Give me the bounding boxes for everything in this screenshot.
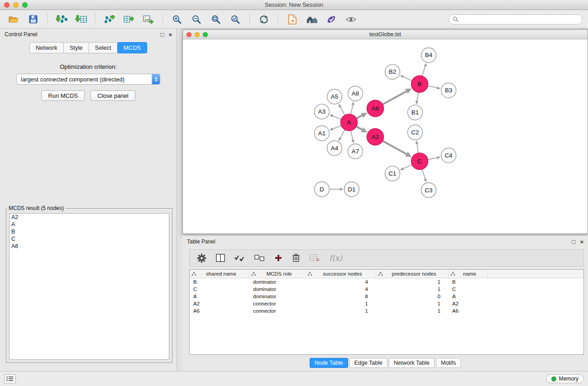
optimization-criterion-select[interactable]: largest connected component (directed) bbox=[16, 74, 160, 85]
tab-network-table[interactable]: Network Table bbox=[389, 358, 435, 368]
column-header-successor-nodes[interactable]: successor nodes bbox=[306, 270, 376, 278]
export-image-icon[interactable] bbox=[140, 12, 157, 27]
mcds-result-list[interactable]: A2ABCA6 bbox=[9, 213, 169, 360]
graph-edge-A2-C[interactable] bbox=[382, 141, 411, 157]
graph-node-A1[interactable]: A1 bbox=[315, 126, 330, 141]
home-icon[interactable] bbox=[304, 12, 320, 27]
close-panel-button[interactable]: Close panel bbox=[91, 91, 135, 101]
close-table-panel-icon[interactable]: × bbox=[580, 239, 583, 245]
graph-node-C3[interactable]: C3 bbox=[421, 183, 436, 198]
open-file-icon[interactable] bbox=[5, 12, 22, 27]
graph-node-B[interactable]: B bbox=[411, 76, 428, 92]
graph-node-C2[interactable]: C2 bbox=[408, 125, 423, 140]
apply-layout-icon[interactable] bbox=[256, 12, 272, 27]
import-network-icon[interactable] bbox=[53, 12, 70, 27]
close-panel-icon[interactable]: × bbox=[168, 32, 172, 38]
graph-edge-A-A7[interactable] bbox=[351, 131, 354, 143]
graph-node-A3[interactable]: A3 bbox=[315, 104, 330, 119]
graph-edge-C-C2[interactable] bbox=[416, 140, 419, 153]
table-row[interactable]: A6connector11A6 bbox=[190, 307, 583, 315]
graph-node-A5[interactable]: A5 bbox=[327, 89, 342, 104]
graph-node-A2[interactable]: A2 bbox=[367, 129, 384, 145]
graph-node-A6[interactable]: A6 bbox=[367, 100, 384, 117]
mcds-result-item[interactable]: A2 bbox=[10, 214, 169, 221]
search-box[interactable] bbox=[449, 14, 583, 24]
mcds-result-item[interactable]: A bbox=[10, 221, 169, 228]
zoom-out-icon[interactable] bbox=[188, 12, 205, 27]
svg-text:B1: B1 bbox=[411, 109, 419, 116]
network-canvas[interactable]: B4B2BB3A5A8A6B1A3AC2A1A2A4A7C4CC1C3DD1 bbox=[183, 40, 588, 234]
graph-node-B2[interactable]: B2 bbox=[385, 64, 400, 79]
add-column-icon[interactable] bbox=[274, 254, 282, 262]
tab-node-table[interactable]: Node Table bbox=[310, 358, 348, 368]
graph-edge-B-B4[interactable] bbox=[422, 63, 427, 76]
column-header-name[interactable]: name bbox=[449, 270, 488, 278]
graph-node-B3[interactable]: B3 bbox=[441, 83, 456, 98]
graph-node-D1[interactable]: D1 bbox=[344, 182, 359, 197]
graph-edge-B-B3[interactable] bbox=[428, 86, 440, 90]
graph-edge-B-B1[interactable] bbox=[416, 92, 419, 105]
tab-style[interactable]: Style bbox=[63, 42, 89, 53]
graph-node-A4[interactable]: A4 bbox=[327, 141, 342, 156]
table-row[interactable]: Cdominator41C bbox=[190, 286, 583, 293]
graph-edge-A-A5[interactable] bbox=[339, 104, 345, 115]
graph-edge-C-C4[interactable] bbox=[428, 156, 440, 159]
graph-edge-A-A2[interactable] bbox=[356, 126, 367, 132]
table-row[interactable]: Bdominator41B bbox=[190, 278, 583, 286]
graph-node-C4[interactable]: C4 bbox=[441, 148, 456, 163]
delete-column-trash-icon[interactable] bbox=[292, 253, 300, 262]
graph-node-C1[interactable]: C1 bbox=[385, 166, 400, 181]
column-header-mcds-role[interactable]: MCDS role bbox=[249, 270, 306, 278]
style-check-icon[interactable] bbox=[323, 12, 339, 27]
mcds-result-item[interactable]: B bbox=[10, 228, 169, 235]
eye-icon[interactable] bbox=[343, 12, 359, 27]
graph-edge-A6-B[interactable] bbox=[382, 88, 411, 104]
graph-edge-A-A3[interactable] bbox=[330, 114, 341, 119]
graph-node-A[interactable]: A bbox=[341, 114, 358, 131]
graph-edge-B-B2[interactable] bbox=[400, 75, 412, 81]
table-row[interactable]: A2connector11A2 bbox=[190, 300, 583, 307]
graph-node-C[interactable]: C bbox=[411, 153, 428, 170]
float-panel-icon[interactable]: □ bbox=[161, 32, 164, 38]
graph-edge-A-A1[interactable] bbox=[330, 125, 341, 130]
float-table-panel-icon[interactable]: □ bbox=[572, 239, 576, 245]
run-mcds-button[interactable]: Run MCDS bbox=[41, 91, 85, 101]
tab-network[interactable]: Network bbox=[29, 42, 64, 53]
mcds-result-item[interactable]: A6 bbox=[10, 243, 169, 250]
table-row[interactable]: Adominator80A bbox=[190, 293, 583, 300]
graph-node-B4[interactable]: B4 bbox=[421, 48, 436, 62]
network-window-titlebar[interactable]: testGlobe.txt bbox=[183, 30, 588, 39]
graph-node-D[interactable]: D bbox=[315, 182, 330, 197]
tab-edge-table[interactable]: Edge Table bbox=[349, 358, 387, 368]
open-document-icon[interactable] bbox=[284, 12, 301, 27]
search-input[interactable] bbox=[461, 16, 578, 23]
graph-edge-C-C3[interactable] bbox=[422, 169, 427, 182]
export-table-icon[interactable] bbox=[121, 12, 137, 27]
zoom-selected-icon[interactable] bbox=[227, 12, 244, 27]
panels-menu-button[interactable] bbox=[4, 374, 16, 384]
graph-edge-D-D1[interactable] bbox=[330, 188, 344, 191]
memory-button[interactable]: Memory bbox=[546, 374, 584, 383]
unselect-all-icon[interactable] bbox=[254, 255, 265, 262]
zoom-in-icon[interactable] bbox=[169, 12, 185, 27]
column-header-predecessor-nodes[interactable]: predecessor nodes bbox=[376, 270, 449, 278]
tab-motifs[interactable]: Motifs bbox=[436, 358, 461, 368]
graph-edge-C-C1[interactable] bbox=[400, 165, 412, 170]
graph-node-A7[interactable]: A7 bbox=[348, 144, 363, 159]
export-network-icon[interactable] bbox=[101, 12, 118, 27]
tab-mcds[interactable]: MCDS bbox=[117, 42, 147, 53]
graph-node-B1[interactable]: B1 bbox=[408, 105, 423, 120]
tab-select[interactable]: Select bbox=[89, 42, 118, 53]
save-session-icon[interactable] bbox=[25, 12, 41, 27]
show-column-icon[interactable] bbox=[216, 254, 225, 262]
column-header-shared-name[interactable]: shared name bbox=[190, 270, 249, 278]
import-table-icon[interactable] bbox=[73, 12, 89, 27]
table-settings-gear-icon[interactable] bbox=[197, 253, 206, 263]
mcds-result-item[interactable]: C bbox=[10, 235, 169, 243]
graph-edge-A-A8[interactable] bbox=[351, 101, 354, 114]
zoom-fit-icon[interactable] bbox=[208, 12, 224, 27]
graph-edge-A-A4[interactable] bbox=[339, 130, 345, 141]
select-all-icon[interactable] bbox=[234, 255, 245, 262]
graph-edge-A-A6[interactable] bbox=[356, 113, 367, 119]
graph-node-A8[interactable]: A8 bbox=[348, 86, 363, 101]
